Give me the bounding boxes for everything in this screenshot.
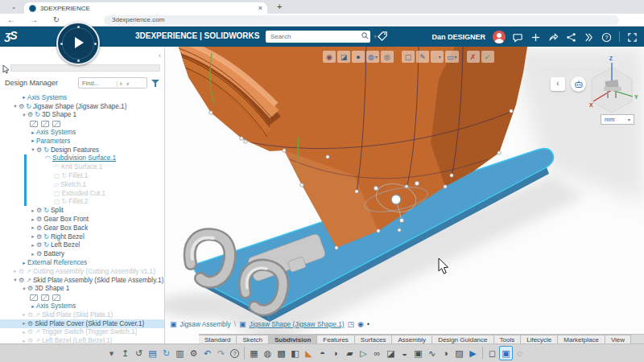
history-icon[interactable]: ↺	[132, 346, 146, 360]
expand-arrow-icon[interactable]: ▾	[12, 103, 19, 109]
selection-filter-icon[interactable]: ◌▾	[431, 51, 444, 63]
dropdown-chevron-icon[interactable]: ▾	[375, 54, 378, 60]
zoom-target-icon[interactable]: ◎	[381, 51, 394, 63]
accept-icon[interactable]: ✓	[481, 51, 494, 63]
tree-item-axis-systems[interactable]: ▸Axis Systems	[0, 302, 165, 311]
symmetry-icon[interactable]: ◒	[398, 346, 411, 360]
tree-item-left-bezel-left-bezel-1[interactable]: ▸⚙↗Left Bezel (Left Bezel.1)	[0, 336, 165, 343]
tree-item-left-bezel[interactable]: ▸⚙↻Left Bezel	[0, 241, 165, 250]
tree-item-parameters[interactable]: ▸Parameters	[0, 137, 165, 146]
tree-item-skid-plate-skid-plate-1[interactable]: ▸⚙↗Skid Plate (Skid Plate.1)	[0, 311, 165, 319]
settings-icon[interactable]: ⚙	[187, 346, 200, 360]
subdivision-mode-icon[interactable]: ▣	[499, 346, 513, 360]
tree-item-design-features[interactable]: ▾⚙↻Design Features	[0, 146, 165, 154]
add-icon[interactable]	[530, 31, 541, 42]
tree-plane-icons[interactable]	[0, 119, 165, 128]
reference-plane-icon[interactable]	[52, 294, 60, 301]
box-mode-icon[interactable]: ◻	[485, 346, 499, 360]
cancel-icon[interactable]: ✗	[467, 51, 480, 63]
shaded-view-icon[interactable]: ●	[352, 51, 365, 63]
expand-arrow-icon[interactable]: ▸	[12, 268, 19, 274]
insert-icon[interactable]: ↥	[118, 346, 132, 360]
assistant-icon[interactable]	[584, 31, 594, 42]
share-icon[interactable]	[548, 31, 559, 42]
tree-item-right-bezel[interactable]: ▸⚙↻Right Bezel	[0, 232, 165, 241]
loop-icon[interactable]: ∞	[370, 346, 384, 360]
tree-item-axis-systems[interactable]: ▸Axis Systems	[0, 128, 165, 137]
breadcrumb-current[interactable]: Jigsaw Shape (Jigsaw Shape.1)	[250, 320, 345, 328]
expand-arrow-icon[interactable]: ▸	[30, 208, 36, 214]
expand-arrow-icon[interactable]: ▾	[12, 277, 19, 283]
expand-arrow-icon[interactable]: ▸	[30, 303, 36, 310]
convert-icon[interactable]: ▶	[466, 346, 480, 360]
expand-arrow-icon[interactable]: ▸	[21, 311, 27, 318]
tree-item-gear-box-front[interactable]: ▸⚙Gear Box Front	[0, 215, 165, 224]
reference-plane-icon[interactable]	[30, 121, 38, 127]
ribbon-tab-subdivision[interactable]: Subdivision	[269, 335, 317, 343]
user-name[interactable]: Dan DESIGNER	[431, 33, 485, 41]
ribbon-tab-surfaces[interactable]: Surfaces	[355, 335, 393, 343]
extrude-icon[interactable]: ▷	[357, 346, 370, 360]
primitive-icon[interactable]: ▭▾	[445, 51, 459, 63]
panel-collapse-icon[interactable]: ‹	[159, 51, 161, 60]
refresh-icon[interactable]: ↻	[159, 346, 173, 360]
breadcrumb-more[interactable]: •	[367, 320, 369, 328]
tree-item-axis-systems[interactable]: ▸Axis Systems	[0, 93, 165, 102]
tree-item-skid-plate-cover-skid-plate-cover-1[interactable]: ▸⚙Skid Plate Cover (Skid Plate Cover.1)	[0, 319, 165, 328]
reload-icon[interactable]: ↻	[45, 15, 68, 24]
box-select-icon[interactable]: ▢	[402, 51, 415, 63]
tree-item-trigger-switch-trigger-switch-1[interactable]: ▸⚙↗Trigger Switch (Trigger Switch.1)	[0, 328, 165, 337]
edit-face-icon[interactable]: ✎	[416, 51, 429, 63]
select-tool-icon[interactable]	[2, 63, 10, 72]
assistant-robot-icon[interactable]	[571, 76, 586, 92]
notifications-icon[interactable]	[513, 31, 523, 42]
cage-view-icon[interactable]: ◧	[288, 346, 302, 360]
tab-close-icon[interactable]: ×	[258, 4, 262, 12]
expand-arrow-icon[interactable]: ▸	[30, 130, 36, 136]
expand-arrow-icon[interactable]: ▸	[21, 94, 27, 101]
expand-arrow-icon[interactable]: ▾	[30, 146, 36, 153]
bend-icon[interactable]: ◗	[329, 346, 343, 360]
undo-icon[interactable]: ↶	[200, 346, 214, 360]
units-dropdown[interactable]: mm ▾	[601, 114, 634, 125]
filter-icon[interactable]	[151, 78, 160, 88]
fullscreen-icon[interactable]	[627, 31, 638, 42]
tag-icon[interactable]	[377, 31, 390, 43]
cage-mode-icon[interactable]: ◌	[513, 346, 526, 360]
3d-scene[interactable]	[165, 47, 644, 343]
help-icon[interactable]: ?	[601, 31, 612, 42]
tree-item-3d-shape-1[interactable]: ▾⚙↻3D Shape 1	[0, 111, 165, 120]
expand-arrow-icon[interactable]: ▸	[21, 329, 27, 335]
thicken-icon[interactable]: ▣	[411, 346, 425, 360]
toolbar-expand-chevron[interactable]: ▾	[105, 346, 118, 360]
forward-icon[interactable]: →	[23, 15, 45, 24]
expand-arrow-icon[interactable]: ▸	[21, 260, 27, 266]
tree-item-jigsaw-shape-jigsaw-shape-1[interactable]: ▾⚙↻Jigsaw Shape (Jigsaw Shape.1)	[0, 102, 165, 111]
find-input[interactable]	[79, 80, 116, 87]
spiral-icon[interactable]: ∿	[425, 346, 439, 360]
expand-arrow-icon[interactable]: ▸	[30, 138, 36, 144]
ribbon-tab-assembly[interactable]: Assembly	[392, 335, 432, 343]
insert-face-icon[interactable]: ◪	[384, 346, 398, 360]
print-icon[interactable]: ▥	[173, 346, 187, 360]
search-input[interactable]	[266, 33, 359, 40]
ribbon-tab-sketch[interactable]: Sketch	[237, 335, 268, 343]
face-icon[interactable]: ▰	[343, 346, 357, 360]
ribbon-tab-tools[interactable]: Tools	[494, 335, 522, 343]
tree-plane-icons[interactable]	[0, 293, 165, 302]
3dexperience-compass[interactable]	[56, 22, 100, 65]
tree-item-gear-box-back[interactable]: ▸⚙Gear Box Back	[0, 224, 165, 232]
ribbon-tab-features[interactable]: Features	[317, 335, 355, 343]
tree-item-split[interactable]: ▸⚙↻Split	[0, 206, 165, 215]
browser-tab[interactable]: 3DEXPERIENCE ×	[24, 2, 267, 14]
tree-item-battery[interactable]: ▸⚙Battery	[0, 249, 165, 258]
tree-item-external-references[interactable]: ▸External References	[0, 258, 165, 267]
expand-arrow-icon[interactable]: ▾	[21, 286, 27, 292]
save-icon[interactable]: ▤	[146, 346, 159, 360]
share-network-icon[interactable]	[566, 31, 576, 42]
help-icon[interactable]: ?	[228, 346, 242, 360]
ribbon-tab-view[interactable]: View	[605, 335, 631, 343]
mesh-view-icon[interactable]: ▩	[275, 346, 288, 360]
ribbon-tab-design-guidance[interactable]: Design Guidance	[432, 335, 493, 343]
snap-icon[interactable]: ◉	[323, 51, 336, 63]
